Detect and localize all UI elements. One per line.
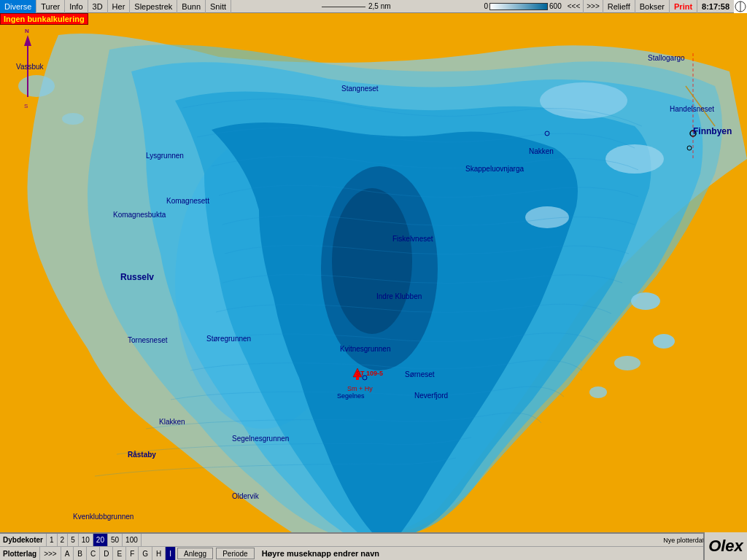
- menu-her[interactable]: Her: [108, 0, 131, 13]
- clock-display: 8:17:58: [697, 0, 734, 13]
- menu-3d[interactable]: 3D: [88, 0, 108, 13]
- periode-button[interactable]: Periode: [216, 548, 254, 559]
- svg-point-6: [540, 82, 627, 119]
- plot-F[interactable]: F: [126, 547, 139, 560]
- print-button[interactable]: Print: [670, 0, 697, 13]
- plotterlag-nav[interactable]: >>>: [40, 547, 61, 560]
- bottom-bar-plotterlag: Plotterlag >>> A B C D E F G H I Anlegg …: [0, 547, 747, 560]
- svg-point-11: [614, 356, 640, 370]
- menu-snitt[interactable]: Snitt: [206, 0, 231, 13]
- plot-H[interactable]: H: [152, 547, 166, 560]
- menu-diverse[interactable]: Diverse: [0, 0, 36, 13]
- plot-B[interactable]: B: [74, 547, 87, 560]
- bottom-bar-dybdekoter: Dybdekoter 1 2 5 10 20 50 100 Nye plotte…: [0, 534, 747, 547]
- plot-D[interactable]: D: [100, 547, 113, 560]
- depth-max: 600: [549, 2, 562, 10]
- bokser-button[interactable]: Bokser: [635, 0, 670, 13]
- svg-text:S: S: [24, 103, 28, 109]
- vessel-label-3: Segelnes: [337, 392, 365, 400]
- olex-logo-bottom: Olex: [703, 532, 747, 560]
- plot-G[interactable]: G: [139, 547, 152, 560]
- menu-info[interactable]: Info: [65, 0, 88, 13]
- plot-C[interactable]: C: [87, 547, 100, 560]
- menu-turer[interactable]: Turer: [36, 0, 65, 13]
- olex-logo-top: [734, 0, 747, 13]
- svg-point-10: [653, 334, 675, 349]
- plotterlag-label: Plotterlag: [0, 547, 40, 560]
- depth-btn-10[interactable]: 10: [79, 534, 93, 546]
- top-menu-bar: Diverse Turer Info 3D Her Slepestrek Bun…: [0, 0, 747, 13]
- scale-text: 2,5 nm: [368, 2, 391, 10]
- svg-point-7: [605, 144, 664, 174]
- relief-button[interactable]: Relieff: [603, 0, 635, 13]
- warning-banner: Ingen bunkalkulering: [0, 13, 88, 25]
- plot-E[interactable]: E: [113, 547, 126, 560]
- svg-point-8: [525, 206, 569, 228]
- depth-gradient: [489, 3, 548, 10]
- menu-slepestrek[interactable]: Slepestrek: [130, 0, 177, 13]
- depth-btn-2[interactable]: 2: [58, 534, 69, 546]
- menu-bunn[interactable]: Bunn: [177, 0, 206, 13]
- depth-btn-50[interactable]: 50: [108, 534, 123, 546]
- map-area[interactable]: N S Ingen bunkalkulering Vassbuk Lysgrun…: [0, 13, 747, 532]
- status-text: Høyre museknapp endrer navn: [256, 549, 385, 558]
- depth-btn-1[interactable]: 1: [47, 534, 58, 546]
- depth-btn-20[interactable]: 20: [93, 534, 108, 546]
- scale-label: ——————: [322, 2, 365, 10]
- depth-btn-100[interactable]: 100: [123, 534, 142, 546]
- plot-A[interactable]: A: [61, 547, 74, 560]
- svg-rect-16: [356, 377, 359, 380]
- map-svg: N S: [0, 13, 747, 532]
- svg-point-13: [18, 75, 55, 97]
- svg-point-5: [332, 188, 412, 334]
- svg-text:N: N: [25, 28, 29, 34]
- nav-left-btn[interactable]: <<<: [565, 0, 584, 13]
- plot-I[interactable]: I: [166, 547, 176, 560]
- anlegg-button[interactable]: Anlegg: [177, 548, 213, 559]
- svg-point-12: [589, 386, 607, 398]
- svg-point-9: [631, 292, 660, 310]
- vessel-label-1: ST 109-5: [356, 370, 383, 377]
- depth-btn-5[interactable]: 5: [68, 534, 79, 546]
- svg-point-14: [62, 113, 84, 125]
- depth-min: 0: [484, 2, 488, 10]
- scale-bar-area: —————— 2,5 nm: [231, 2, 481, 10]
- nav-right-btn[interactable]: >>>: [584, 0, 603, 13]
- depth-bar-area: 0 600: [481, 2, 564, 10]
- dybdekoter-label: Dybdekoter: [0, 534, 47, 546]
- olex-text: Olex: [708, 537, 743, 556]
- bottom-bar: Dybdekoter 1 2 5 10 20 50 100 Nye plotte…: [0, 532, 747, 560]
- vessel-label-2: Sm + Hy: [347, 385, 373, 392]
